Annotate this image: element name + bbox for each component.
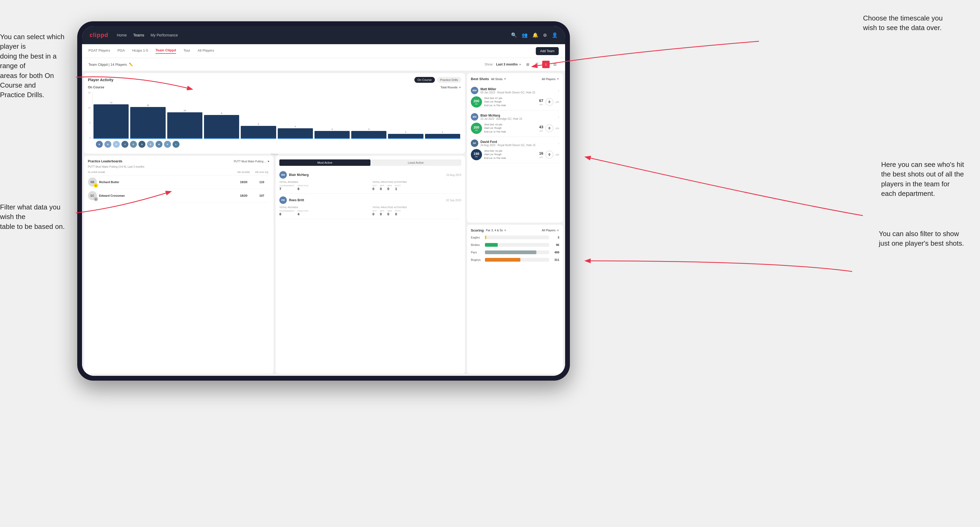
- active-stats-1: Total Rounds Tournament 8 Practice 4 Tot…: [279, 206, 461, 216]
- yds1-label-0: yds: [539, 103, 543, 106]
- bar-9[interactable]: [425, 134, 460, 139]
- rounds-group-1: Total Rounds Tournament 8 Practice 4: [279, 206, 368, 216]
- scoring-filter[interactable]: Par 3, 4 & 5s ▼: [486, 229, 506, 232]
- chart-dropdown[interactable]: Total Rounds ▼: [441, 86, 461, 89]
- pb-score-0: 19/20: [236, 181, 252, 184]
- tab-pgat-players[interactable]: PGAT Players: [88, 48, 110, 54]
- practice-table-header: PLAYER NAME PB SCORE PB AVG SQ: [88, 171, 270, 175]
- player-activity-card: Player Activity On Course Practice Drill…: [84, 73, 465, 154]
- shot-details-1: 200 SG Shot Dist: 43 yds Start Lie: Roug…: [471, 123, 559, 134]
- grid-view-btn[interactable]: ⊞: [524, 61, 531, 68]
- rounds-title-0: Total Rounds: [279, 181, 368, 183]
- bar-5[interactable]: [278, 128, 313, 139]
- tab-pga[interactable]: PGA: [118, 48, 125, 54]
- show-value: Last 3 months: [496, 62, 518, 66]
- bar-0[interactable]: [94, 104, 129, 139]
- team-edit-icon[interactable]: ✏️: [129, 62, 133, 67]
- shot-row-2[interactable]: DF David Ford 24 Aug 2023 · Royal North …: [471, 137, 559, 163]
- shot-row-1[interactable]: BM Blair McHarg 23 Jul 2023 · Ashridge G…: [471, 110, 559, 137]
- bar-value-4: 5: [258, 123, 259, 125]
- pb-avg-1: 107: [254, 194, 270, 197]
- nav-teams[interactable]: Teams: [133, 33, 144, 37]
- chart-section-title: On Course: [88, 86, 104, 89]
- scoring-bar-track-1: [485, 243, 549, 247]
- least-active-tab[interactable]: Least Active: [371, 159, 461, 166]
- add-circle-icon[interactable]: ⊕: [543, 32, 547, 38]
- scoring-row-1: Birdies 96: [471, 243, 559, 247]
- active-tabs: Most Active Least Active: [279, 159, 461, 166]
- x-axis-label: Players: [88, 153, 461, 156]
- y-label-15: 15: [88, 91, 91, 94]
- activity-toggles: On Course Practice Drills: [414, 77, 461, 83]
- bar-group-3: 9: [204, 112, 239, 139]
- tab-all-players[interactable]: All Players: [197, 48, 214, 54]
- on-course-toggle[interactable]: On Course: [414, 77, 435, 83]
- practice-dropdown[interactable]: PUTT Must Make Putting ... ▼: [234, 160, 270, 163]
- col-pb-header: PB SCORE: [236, 171, 252, 173]
- shots-filter-label: All Shots: [491, 78, 503, 81]
- team-show-controls: Show: Last 3 months ▼ ⊞ ☰ ♥ ⊟: [484, 61, 559, 68]
- shot-zero-circle-2: 0: [546, 151, 554, 159]
- tab-hcaps[interactable]: Hcaps 1-5: [132, 48, 148, 54]
- bar-3[interactable]: [204, 115, 239, 139]
- bar-2[interactable]: [167, 112, 202, 139]
- scoring-row-0: Eagles 3: [471, 236, 559, 239]
- start-lie-2: Start Lie: Rough: [484, 153, 537, 157]
- annotation-5: You can also filter to showjust one play…: [879, 229, 964, 248]
- end-lie-2: End Lie: In The Hole: [484, 157, 537, 160]
- annotation-4: Here you can see who's hitthe best shots…: [881, 160, 964, 198]
- scoring-count-0: 3: [551, 236, 559, 239]
- scoring-label-0: Eagles: [471, 236, 483, 239]
- shot-stat-yds1-1: 43 yds: [539, 125, 543, 132]
- bar-value-6: 3: [332, 128, 332, 130]
- active-stats-0: Total Rounds Tournament 7 Practice 6 Tot…: [279, 181, 461, 191]
- players-filter[interactable]: All Players ▼: [542, 78, 559, 81]
- nav-links: Home Teams My Performance: [117, 33, 511, 37]
- avatar-0: B: [96, 141, 103, 148]
- show-select[interactable]: Last 3 months ▼: [496, 62, 522, 66]
- scoring-bars: Eagles 3 Birdies 96 Pars 499 Bogeys 311: [471, 236, 559, 262]
- shot-zero-circle-1: 0: [546, 124, 554, 132]
- nav-home[interactable]: Home: [117, 33, 127, 37]
- y-label-10: 10: [88, 106, 91, 109]
- shot-row-0[interactable]: MM Matt Miller 09 Jan 2023 · Royal North…: [471, 84, 559, 110]
- practice-activities-title-1: Total Practice Activities: [372, 206, 461, 209]
- shots-filter[interactable]: All Shots ▼: [491, 78, 506, 81]
- list-view-btn[interactable]: ☰: [533, 61, 541, 68]
- most-active-tab[interactable]: Most Active: [279, 159, 371, 166]
- card-view-btn[interactable]: ♥: [542, 61, 550, 68]
- left-panel: Player Activity On Course Practice Drill…: [84, 73, 465, 374]
- start-lie-1: Start Lie: Rough: [484, 126, 537, 130]
- team-title: Team Clippd | 14 Players: [88, 62, 127, 67]
- practice-toggle[interactable]: Practice Drills: [437, 77, 461, 83]
- avatar-2: D: [113, 141, 120, 148]
- add-team-button[interactable]: Add Team: [536, 47, 559, 55]
- tab-tour[interactable]: Tour: [183, 48, 190, 54]
- player-name-0: Richard Butler: [99, 181, 234, 184]
- sub-nav: PGAT Players PGA Hcaps 1-5 Team Clippd T…: [82, 44, 565, 58]
- scoring-header: Scoring Par 3, 4 & 5s ▼ All Players ▼: [471, 229, 559, 232]
- tab-team-clippd[interactable]: Team Clippd: [156, 48, 176, 54]
- bar-value-0: 13: [110, 102, 112, 104]
- bar-8[interactable]: [388, 134, 423, 139]
- arg-label-1: ARG: [387, 210, 392, 212]
- players-filter-arrow: ▼: [557, 78, 559, 80]
- search-icon[interactable]: 🔍: [511, 32, 517, 38]
- users-icon[interactable]: 👥: [522, 32, 528, 38]
- nav-my-performance[interactable]: My Performance: [151, 33, 178, 37]
- profile-icon[interactable]: 👤: [552, 32, 558, 38]
- yds1-label-2: yds: [539, 156, 543, 158]
- shot-player-name-2: David Ford: [480, 140, 536, 144]
- shot-stat-yds1-2: 16 yds: [539, 151, 543, 158]
- player-thumb-0: RB1: [88, 178, 97, 187]
- bar-1[interactable]: [130, 107, 165, 139]
- bar-4[interactable]: [241, 126, 276, 139]
- filter-view-btn[interactable]: ⊟: [551, 61, 559, 68]
- bell-icon[interactable]: 🔔: [532, 32, 538, 38]
- bar-7[interactable]: [351, 131, 387, 139]
- bar-6[interactable]: [315, 131, 350, 139]
- practice-dropdown-label: PUTT Must Make Putting ...: [234, 160, 267, 163]
- gtt-val-0: 0: [372, 187, 377, 191]
- scoring-players-filter[interactable]: All Players ▼: [542, 229, 559, 232]
- bar-group-0: 13: [94, 102, 129, 139]
